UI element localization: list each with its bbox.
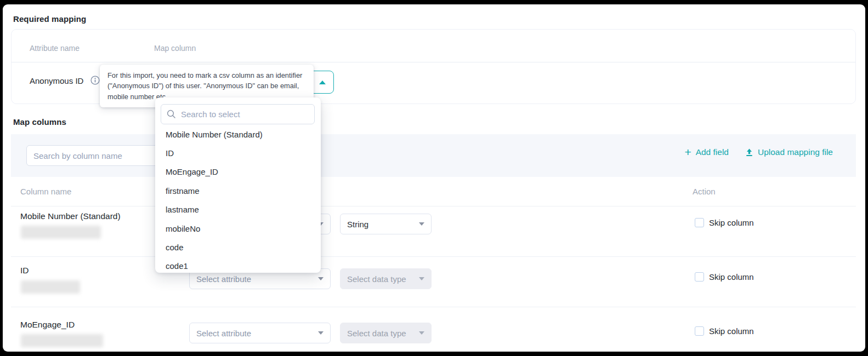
anonymous-id-label: Anonymous ID bbox=[30, 76, 83, 85]
add-field-label: Add field bbox=[696, 147, 729, 157]
dropdown-option[interactable]: mobileNo bbox=[155, 219, 321, 238]
map-column-header: Map column bbox=[154, 44, 196, 53]
select-data-type-placeholder: Select data type bbox=[347, 329, 406, 338]
divider bbox=[11, 307, 856, 307]
divider bbox=[12, 62, 855, 62]
select-data-type-placeholder: Select data type bbox=[347, 274, 406, 284]
dropdown-option[interactable]: lastname bbox=[155, 200, 321, 219]
column-name-cell: MoEngage_ID bbox=[20, 320, 75, 330]
column-name-header: Column name bbox=[20, 187, 71, 196]
attribute-dropdown-panel: Mobile Number (Standard) ID MoEngage_ID … bbox=[155, 97, 321, 273]
divider bbox=[11, 256, 856, 257]
caret-down-icon bbox=[419, 222, 424, 226]
divider bbox=[11, 206, 856, 206]
column-name-cell: ID bbox=[20, 266, 29, 275]
data-type-dropdown-disabled: Select data type bbox=[340, 323, 432, 343]
dropdown-option[interactable]: code1 bbox=[155, 257, 321, 275]
sample-value-blurred bbox=[21, 280, 80, 294]
plus-icon: + bbox=[684, 147, 691, 157]
data-type-value: String bbox=[347, 220, 368, 229]
dropdown-search-input[interactable] bbox=[181, 110, 309, 119]
dropdown-option[interactable]: Mobile Number (Standard) bbox=[155, 125, 321, 143]
dropdown-search-box[interactable] bbox=[161, 104, 315, 124]
skip-column-checkbox[interactable] bbox=[695, 326, 704, 336]
skip-column-checkbox[interactable] bbox=[695, 272, 704, 282]
data-type-dropdown[interactable]: String bbox=[340, 214, 432, 234]
skip-column-control[interactable]: Skip column bbox=[695, 272, 754, 282]
skip-column-label: Skip column bbox=[709, 218, 754, 227]
skip-column-label: Skip column bbox=[709, 326, 754, 336]
caret-down-icon bbox=[419, 277, 424, 280]
skip-column-control[interactable]: Skip column bbox=[695, 218, 754, 227]
toolbar-actions: + Add field Upload mapping file bbox=[684, 147, 833, 157]
upload-mapping-file-button[interactable]: Upload mapping file bbox=[745, 147, 833, 157]
import-mapping-page: Required mapping Attribute name Map colu… bbox=[3, 4, 865, 352]
dropdown-option[interactable]: ID bbox=[155, 143, 321, 162]
select-attribute-dropdown[interactable]: Select attribute bbox=[189, 323, 331, 343]
upload-icon bbox=[745, 148, 753, 157]
map-columns-title: Map columns bbox=[13, 117, 66, 127]
dropdown-option[interactable]: firstname bbox=[155, 181, 321, 200]
action-header: Action bbox=[693, 187, 716, 196]
caret-down-icon bbox=[318, 331, 324, 335]
info-icon[interactable] bbox=[90, 76, 100, 85]
attribute-name-header: Attribute name bbox=[30, 44, 80, 53]
caret-down-icon bbox=[419, 331, 424, 335]
sample-value-blurred bbox=[21, 334, 103, 347]
column-name-cell: Mobile Number (Standard) bbox=[20, 211, 121, 221]
required-mapping-title: Required mapping bbox=[13, 14, 86, 24]
map-columns-toolbar: + Add field Upload mapping file bbox=[11, 134, 856, 177]
caret-up-icon bbox=[319, 81, 326, 84]
sample-value-blurred bbox=[21, 226, 101, 239]
upload-mapping-file-label: Upload mapping file bbox=[758, 147, 833, 157]
skip-column-label: Skip column bbox=[709, 272, 754, 282]
caret-down-icon bbox=[318, 277, 324, 280]
dropdown-option[interactable]: code bbox=[155, 238, 321, 256]
search-icon bbox=[167, 110, 176, 119]
data-type-dropdown-disabled: Select data type bbox=[340, 268, 432, 289]
dropdown-option[interactable]: MoEngage_ID bbox=[155, 163, 321, 181]
select-attribute-placeholder: Select attribute bbox=[196, 329, 251, 338]
skip-column-control[interactable]: Skip column bbox=[695, 326, 754, 336]
skip-column-checkbox[interactable] bbox=[695, 218, 704, 227]
add-field-button[interactable]: + Add field bbox=[684, 147, 729, 157]
dropdown-options: Mobile Number (Standard) ID MoEngage_ID … bbox=[155, 125, 321, 275]
